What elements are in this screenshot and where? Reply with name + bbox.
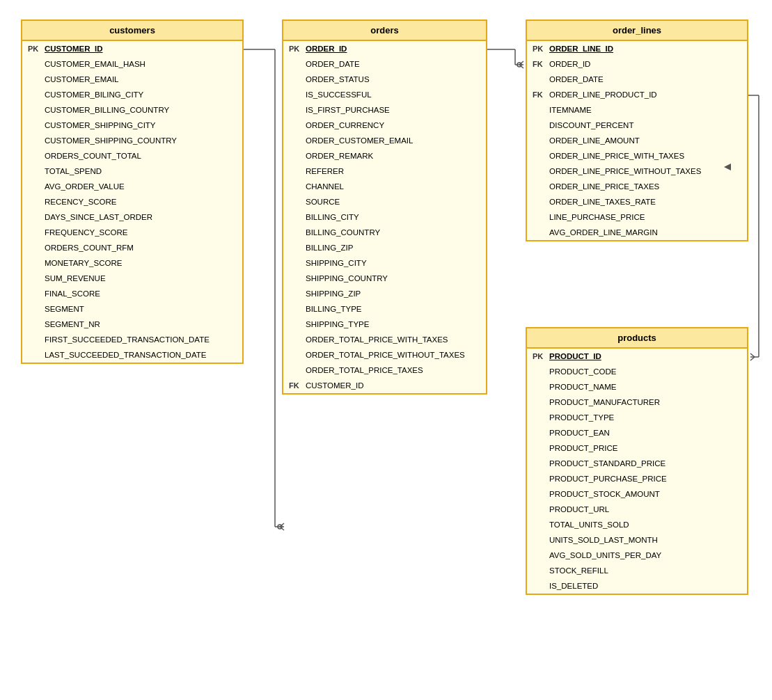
table-customers: customers PK CUSTOMER_ID CUSTOMER_EMAIL_… — [21, 19, 244, 364]
table-row: SHIPPING_COUNTRY — [283, 271, 486, 286]
field-name: ORDER_LINE_TAXES_RATE — [549, 198, 656, 206]
table-products: products PK PRODUCT_ID PRODUCT_CODE PROD… — [526, 327, 748, 595]
field-name: BILLING_TYPE — [306, 305, 362, 313]
field-name: UNITS_SOLD_LAST_MONTH — [549, 536, 658, 544]
table-row: BILLING_CITY — [283, 209, 486, 225]
field-name: ORDER_LINE_AMOUNT — [549, 136, 640, 145]
table-row: CUSTOMER_SHIPPING_COUNTRY — [22, 133, 242, 148]
field-name: ORDERS_COUNT_RFM — [45, 244, 134, 252]
field-name: ORDER_CURRENCY — [306, 121, 384, 129]
table-row: TOTAL_SPEND — [22, 164, 242, 179]
field-name: CUSTOMER_ID — [306, 381, 364, 390]
field-name: BILLING_ZIP — [306, 244, 353, 252]
table-orders: orders PK ORDER_ID ORDER_DATE ORDER_STAT… — [282, 19, 487, 395]
table-row: PK ORDER_ID — [283, 41, 486, 56]
table-row: TOTAL_UNITS_SOLD — [527, 517, 747, 532]
field-name: ORDER_LINE_ID — [549, 45, 613, 53]
field-name: LINE_PURCHASE_PRICE — [549, 213, 645, 221]
table-row: FIRST_SUCCEEDED_TRANSACTION_DATE — [22, 332, 242, 347]
table-row: PRODUCT_URL — [527, 502, 747, 517]
field-name: PRODUCT_PURCHASE_PRICE — [549, 475, 667, 483]
table-row: ITEMNAME — [527, 102, 747, 118]
field-name: ORDER_LINE_PRICE_WITH_TAXES — [549, 152, 684, 160]
table-row: ORDER_LINE_PRICE_WITH_TAXES — [527, 148, 747, 164]
field-name: IS_SUCCESSFUL — [306, 90, 372, 99]
table-order-lines-header: order_lines — [527, 21, 747, 41]
field-name: PRODUCT_MANUFACTURER — [549, 398, 660, 406]
table-row: LAST_SUCCEEDED_TRANSACTION_DATE — [22, 347, 242, 363]
table-products-header: products — [527, 328, 747, 349]
field-name: FIRST_SUCCEEDED_TRANSACTION_DATE — [45, 335, 210, 344]
table-row: IS_SUCCESSFUL — [283, 87, 486, 102]
table-row: PRODUCT_PURCHASE_PRICE — [527, 471, 747, 486]
table-row: PK ORDER_LINE_ID — [527, 41, 747, 56]
table-row: ORDER_CUSTOMER_EMAIL — [283, 133, 486, 148]
field-name: ORDERS_COUNT_TOTAL — [45, 152, 141, 160]
table-row: UNITS_SOLD_LAST_MONTH — [527, 532, 747, 548]
table-row: ORDERS_COUNT_RFM — [22, 240, 242, 255]
field-name: ORDER_CUSTOMER_EMAIL — [306, 136, 413, 145]
field-name: CUSTOMER_EMAIL — [45, 75, 119, 83]
field-name: ORDER_REMARK — [306, 152, 373, 160]
field-name: PRODUCT_TYPE — [549, 413, 614, 422]
table-row: CUSTOMER_EMAIL — [22, 72, 242, 87]
table-row: SEGMENT — [22, 301, 242, 317]
field-name: AVG_ORDER_LINE_MARGIN — [549, 228, 658, 237]
table-orders-header: orders — [283, 21, 486, 41]
table-row: ORDER_LINE_PRICE_TAXES — [527, 179, 747, 194]
table-row: ORDER_CURRENCY — [283, 118, 486, 133]
field-name: AVG_SOLD_UNITS_PER_DAY — [549, 551, 661, 559]
field-name: BILLING_COUNTRY — [306, 228, 380, 237]
table-row: SHIPPING_CITY — [283, 255, 486, 271]
field-name: ORDER_DATE — [306, 60, 360, 68]
pk-label: PK — [533, 45, 546, 53]
pk-label: PK — [28, 45, 42, 53]
field-name: PRODUCT_URL — [549, 505, 609, 514]
field-name: CUSTOMER_EMAIL_HASH — [45, 60, 145, 68]
fk-label: FK — [533, 90, 546, 99]
table-row: DISCOUNT_PERCENT — [527, 118, 747, 133]
table-row: SEGMENT_NR — [22, 317, 242, 332]
field-name: PRODUCT_STOCK_AMOUNT — [549, 490, 660, 498]
table-row: IS_DELETED — [527, 578, 747, 594]
field-name: PRODUCT_PRICE — [549, 444, 617, 452]
table-row: DAYS_SINCE_LAST_ORDER — [22, 209, 242, 225]
field-name: SOURCE — [306, 198, 340, 206]
field-name: PRODUCT_ID — [549, 352, 601, 360]
field-name: ITEMNAME — [549, 106, 592, 114]
field-name: IS_FIRST_PURCHASE — [306, 106, 390, 114]
field-name: ORDER_DATE — [549, 75, 604, 83]
svg-line-10 — [519, 65, 523, 68]
field-name: MONETARY_SCORE — [45, 259, 122, 267]
svg-line-4 — [280, 527, 284, 530]
table-row: PRODUCT_EAN — [527, 425, 747, 440]
table-row: MONETARY_SCORE — [22, 255, 242, 271]
field-name: ORDER_TOTAL_PRICE_TAXES — [306, 366, 423, 374]
table-row: IS_FIRST_PURCHASE — [283, 102, 486, 118]
table-row: STOCK_REFILL — [527, 563, 747, 578]
field-name: TOTAL_UNITS_SOLD — [549, 520, 629, 529]
field-name: CHANNEL — [306, 182, 344, 191]
field-name: SHIPPING_ZIP — [306, 289, 361, 298]
field-name: SUM_REVENUE — [45, 274, 106, 283]
table-row: REFERER — [283, 164, 486, 179]
table-row: PRODUCT_NAME — [527, 379, 747, 395]
table-row: CUSTOMER_SHIPPING_CITY — [22, 118, 242, 133]
table-row: AVG_ORDER_LINE_MARGIN — [527, 225, 747, 240]
table-row: PRODUCT_PRICE — [527, 440, 747, 456]
table-row: ORDER_LINE_AMOUNT — [527, 133, 747, 148]
table-row: ORDER_DATE — [283, 56, 486, 72]
field-name: PRODUCT_CODE — [549, 367, 616, 376]
table-order-lines: order_lines PK ORDER_LINE_ID FK ORDER_ID… — [526, 19, 748, 241]
table-row: AVG_SOLD_UNITS_PER_DAY — [527, 548, 747, 563]
field-name: PRODUCT_STANDARD_PRICE — [549, 459, 665, 468]
table-row: FK CUSTOMER_ID — [283, 378, 486, 393]
field-name: ORDER_ID — [306, 45, 347, 53]
field-name: ORDER_TOTAL_PRICE_WITH_TAXES — [306, 335, 448, 344]
field-name: IS_DELETED — [549, 582, 598, 590]
svg-line-15 — [750, 353, 755, 357]
field-name: CUSTOMER_BILING_CITY — [45, 90, 143, 99]
table-row: FK ORDER_ID — [527, 56, 747, 72]
field-name: SEGMENT — [45, 305, 84, 313]
field-name: AVG_ORDER_VALUE — [45, 182, 125, 191]
